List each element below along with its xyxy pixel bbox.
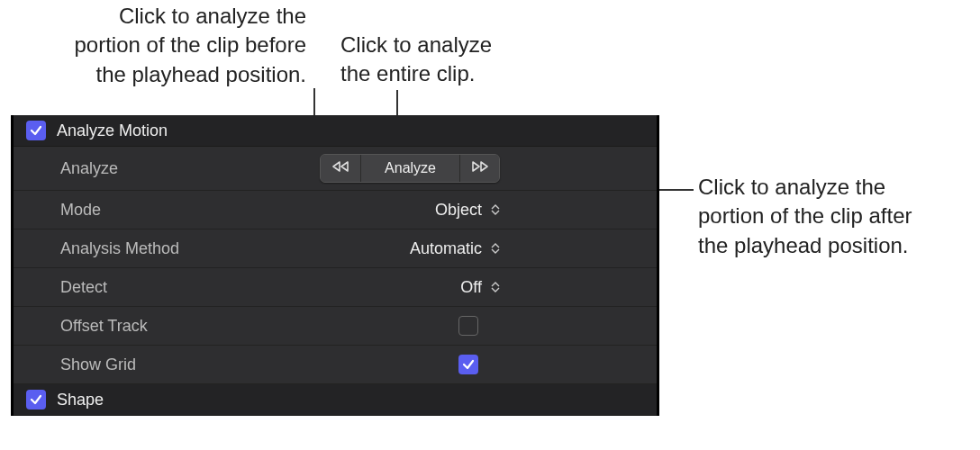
callout-analyze-before: Click to analyze the portion of the clip… xyxy=(18,2,306,89)
section-header-analyze-motion[interactable]: Analyze Motion xyxy=(14,115,657,147)
label-offset-track: Offset Track xyxy=(60,317,148,336)
analyze-forward-button[interactable] xyxy=(459,155,499,182)
checkbox-show-grid[interactable] xyxy=(458,355,478,374)
updown-arrows-icon xyxy=(491,282,500,292)
row-show-grid: Show Grid xyxy=(14,346,657,384)
popup-detect-value: Off xyxy=(460,278,482,297)
row-mode: Mode Object xyxy=(14,191,657,230)
section-title-analyze-motion: Analyze Motion xyxy=(57,122,168,140)
popup-analysis-method[interactable]: Automatic xyxy=(410,239,500,258)
row-offset-track: Offset Track xyxy=(14,307,657,346)
fast-forward-icon xyxy=(470,160,490,176)
label-mode: Mode xyxy=(60,201,101,220)
analyze-button[interactable]: Analyze xyxy=(360,155,459,182)
inspector-panel: Analyze Motion Analyze Analyze xyxy=(11,115,659,416)
callout-analyze-entire: Click to analyze the entire clip. xyxy=(340,31,575,89)
checkbox-shape[interactable] xyxy=(26,390,46,410)
updown-arrows-icon xyxy=(491,243,500,254)
rewind-icon xyxy=(331,160,350,176)
popup-analysis-method-value: Automatic xyxy=(410,239,482,258)
section-header-shape[interactable]: Shape xyxy=(14,384,657,416)
updown-arrows-icon xyxy=(491,204,500,215)
analyze-button-label: Analyze xyxy=(385,160,436,176)
analyze-reverse-button[interactable] xyxy=(321,155,360,182)
section-title-shape: Shape xyxy=(57,391,104,410)
analyze-button-group: Analyze xyxy=(320,154,500,183)
popup-mode-value: Object xyxy=(435,201,482,220)
checkbox-analyze-motion[interactable] xyxy=(26,121,46,140)
row-detect: Detect Off xyxy=(14,268,657,307)
checkbox-offset-track[interactable] xyxy=(458,316,478,336)
label-analysis-method: Analysis Method xyxy=(60,239,179,258)
label-detect: Detect xyxy=(60,278,107,297)
row-analysis-method: Analysis Method Automatic xyxy=(14,230,657,268)
callout-analyze-after: Click to analyze the portion of the clip… xyxy=(698,173,968,260)
label-analyze: Analyze xyxy=(60,159,118,178)
label-show-grid: Show Grid xyxy=(60,356,136,374)
popup-detect[interactable]: Off xyxy=(460,278,500,297)
popup-mode[interactable]: Object xyxy=(435,201,500,220)
row-analyze: Analyze Analyze xyxy=(14,147,657,191)
